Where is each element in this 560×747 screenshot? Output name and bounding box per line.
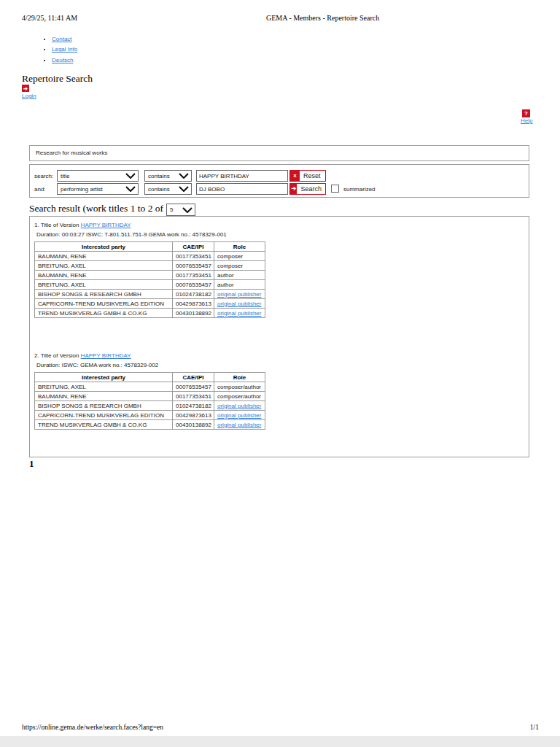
operator-select-2-value: contains — [148, 186, 170, 193]
role-cell: original publisher — [214, 420, 265, 430]
page-title: Repertoire Search — [22, 73, 93, 85]
chevron-down-icon — [179, 173, 189, 179]
results-summary: Search result (work titles 1 to 2 of 2): — [29, 203, 176, 214]
party-name-cell: BISHOP SONGS & RESEARCH GMBH — [35, 290, 173, 299]
table-row: BREITUNG, AXEL 00076535457 composer — [35, 261, 265, 271]
field-select-1[interactable]: title — [57, 170, 139, 182]
cae-ipi-cell: 00076535457 — [173, 382, 214, 392]
col-header-role: Role — [214, 373, 265, 382]
role-cell: original publisher — [214, 299, 265, 309]
cae-ipi-cell: 00076535457 — [173, 261, 214, 271]
nav-item: Deutsch — [52, 55, 77, 66]
search-term-input[interactable] — [196, 170, 288, 182]
nav-link-contact[interactable]: Contact — [52, 36, 72, 42]
col-header-cae: CAE/IPI — [173, 373, 214, 382]
print-date: 4/29/25, 11:41 AM — [22, 14, 77, 22]
col-header-party: Interested party — [35, 242, 173, 252]
work-title-prefix: Title of Version — [41, 352, 79, 359]
cae-ipi-cell: 00429873613 — [173, 411, 214, 420]
role-link[interactable]: original publisher — [217, 412, 261, 419]
search-button-label: Search — [297, 185, 325, 193]
summarized-checkbox[interactable] — [331, 185, 339, 193]
research-box: Research for musical works — [29, 145, 529, 161]
role-link[interactable]: original publisher — [217, 422, 261, 428]
work-item-1: 1. Title of Version HAPPY BIRTHDAY Durat… — [34, 222, 265, 318]
operator-select-2[interactable]: contains — [144, 183, 192, 195]
party-name-cell: BAUMANN, RENE — [35, 252, 173, 261]
table-row: CAPRICORN-TREND MUSIKVERLAG EDITION 0042… — [35, 299, 265, 309]
work-title-link[interactable]: HAPPY BIRTHDAY — [81, 222, 131, 228]
role-link[interactable]: original publisher — [217, 291, 261, 298]
help-link[interactable]: Help — [521, 117, 532, 124]
cae-ipi-cell: 00430138892 — [173, 420, 214, 430]
search-arrow-icon: ➔ — [290, 184, 297, 194]
role-cell: original publisher — [214, 309, 265, 318]
col-header-party: Interested party — [35, 373, 173, 382]
work-title-line: 2. Title of Version HAPPY BIRTHDAY — [34, 352, 265, 359]
cae-ipi-cell: 01024738182 — [173, 290, 214, 299]
work-details: Duration: 00:03:27 ISWC: T-801.511.751-9… — [34, 231, 265, 238]
summarized-label: summarized — [343, 186, 376, 193]
role-link[interactable]: original publisher — [217, 301, 261, 307]
role-cell: author — [214, 271, 265, 280]
role-cell: original publisher — [214, 411, 265, 420]
role-cell: composer — [214, 252, 265, 261]
parties-table: Interested party CAE/IPI Role BAUMANN, R… — [34, 241, 265, 318]
work-number: 2. — [34, 352, 39, 359]
reset-x-icon: x — [290, 171, 300, 181]
chevron-down-icon — [125, 186, 136, 192]
cae-ipi-cell: 01024738182 — [173, 401, 214, 411]
login-link[interactable]: Login — [22, 93, 36, 99]
nav-item: Contact — [52, 34, 77, 44]
cae-ipi-cell: 00429873613 — [173, 299, 214, 309]
operator-select-1[interactable]: contains — [144, 170, 192, 182]
field-select-1-value: title — [61, 173, 69, 179]
work-title-prefix: Title of Version — [41, 222, 79, 228]
role-cell: composer/author — [214, 382, 265, 392]
cae-ipi-cell: 00177353451 — [173, 252, 214, 261]
nav-item: Legal Info — [52, 44, 77, 55]
results-panel: 1. Title of Version HAPPY BIRTHDAY Durat… — [29, 216, 529, 457]
col-header-role: Role — [214, 242, 265, 252]
reset-button[interactable]: x Reset — [289, 170, 326, 182]
chevron-down-icon — [125, 173, 136, 179]
role-cell: composer/author — [214, 392, 265, 401]
help-icon[interactable]: ? — [522, 109, 530, 117]
pagination-current-page: 1 — [29, 458, 34, 470]
cae-ipi-cell: 00177353451 — [173, 392, 214, 401]
field-select-2[interactable]: performing artist — [57, 183, 139, 195]
table-header-row: Interested party CAE/IPI Role — [35, 242, 265, 252]
cae-ipi-cell: 00177353451 — [173, 271, 214, 280]
search-button[interactable]: ➔ Search — [289, 183, 326, 195]
role-cell: author — [214, 280, 265, 290]
table-row: BREITUNG, AXEL 00076535457 composer/auth… — [35, 382, 265, 392]
party-name-cell: BAUMANN, RENE — [35, 271, 173, 280]
table-row: BREITUNG, AXEL 00076535457 author — [35, 280, 265, 290]
role-link[interactable]: original publisher — [217, 403, 261, 409]
page: 4/29/25, 11:41 AM GEMA - Members - Reper… — [0, 0, 560, 747]
role-cell: composer — [214, 261, 265, 271]
party-name-cell: BAUMANN, RENE — [35, 392, 173, 401]
work-item-2: 2. Title of Version HAPPY BIRTHDAY Durat… — [34, 352, 265, 430]
table-row: BISHOP SONGS & RESEARCH GMBH 01024738182… — [35, 401, 265, 411]
work-title-link[interactable]: HAPPY BIRTHDAY — [81, 352, 131, 359]
artist-term-input[interactable] — [196, 183, 288, 195]
page-size-select[interactable]: 5 — [166, 204, 195, 216]
table-row: TREND MUSIKVERLAG GMBH & CO.KG 004301388… — [35, 309, 265, 318]
table-header-row: Interested party CAE/IPI Role — [35, 373, 265, 382]
role-cell: original publisher — [214, 290, 265, 299]
operator-select-1-value: contains — [148, 173, 170, 179]
party-name-cell: CAPRICORN-TREND MUSIKVERLAG EDITION — [35, 299, 173, 309]
role-link[interactable]: original publisher — [217, 310, 261, 317]
party-name-cell: BREITUNG, AXEL — [35, 382, 173, 392]
research-box-title: Research for musical works — [30, 146, 529, 160]
table-row: BAUMANN, RENE 00177353451 composer — [35, 252, 265, 261]
table-row: BAUMANN, RENE 00177353451 composer/autho… — [35, 392, 265, 401]
field-select-2-value: performing artist — [61, 186, 103, 193]
cae-ipi-cell: 00430138892 — [173, 309, 214, 318]
nav-link-legal-info[interactable]: Legal Info — [52, 46, 77, 53]
chevron-down-icon — [179, 186, 189, 192]
nav-link-deutsch[interactable]: Deutsch — [52, 57, 73, 63]
login-arrow-icon: ➔ — [22, 85, 29, 92]
party-name-cell: TREND MUSIKVERLAG GMBH & CO.KG — [35, 309, 173, 318]
